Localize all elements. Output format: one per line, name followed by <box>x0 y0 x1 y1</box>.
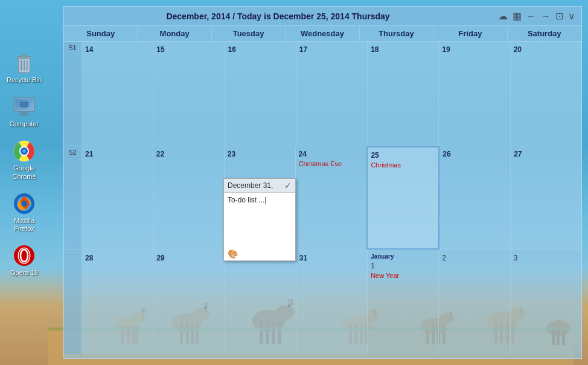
cell-jan-2[interactable]: 2 <box>439 250 510 354</box>
recycle-bin-graphic <box>13 51 35 75</box>
cell-dec-16[interactable]: 16 <box>225 42 296 146</box>
day-saturday: Saturday <box>508 26 581 41</box>
day-tuesday: Tuesday <box>212 26 286 41</box>
popup-note-body[interactable]: To-do list ...| <box>224 193 295 247</box>
row-52-cells: 21 22 23 24 Christmas Eve 25 Christmas 2… <box>82 146 581 250</box>
cloud-icon[interactable]: ☁ <box>498 10 508 22</box>
cell-dec-18[interactable]: 18 <box>368 42 439 146</box>
popup-note-text: To-do list ...| <box>228 196 266 204</box>
opera-icon[interactable]: Opera 18 <box>3 241 45 279</box>
chevron-icon[interactable]: ∨ <box>568 10 575 22</box>
cell-dec-28[interactable]: 28 <box>82 250 153 354</box>
chrome-label: Google Chrome <box>5 164 43 180</box>
cell-dec-26[interactable]: 26 <box>439 146 511 250</box>
cell-dec-15[interactable]: 15 <box>153 42 225 146</box>
popup-note-header: December 31, ✓ <box>224 179 295 193</box>
row-51-cells: 14 15 16 17 18 19 20 <box>82 42 581 146</box>
days-header: Sunday Monday Tuesday Wednesday Thursday… <box>64 26 581 42</box>
computer-graphic <box>13 96 36 118</box>
cell-dec-19[interactable]: 19 <box>439 42 510 146</box>
recycle-bin-label: Recycle Bin <box>7 76 42 84</box>
day-friday: Friday <box>433 26 507 41</box>
calendar-icon[interactable]: ▦ <box>513 10 522 22</box>
cell-dec-25-today[interactable]: 25 Christmas <box>366 146 439 250</box>
cell-dec-29[interactable]: 29 <box>153 250 225 354</box>
svg-rect-69 <box>22 107 27 108</box>
svg-rect-59 <box>22 54 27 57</box>
popup-palette-icon[interactable]: 🎨 <box>228 249 238 259</box>
recycle-bin-icon[interactable]: Recycle Bin <box>3 48 45 86</box>
firefox-label: Mozilla Firefox <box>5 217 43 233</box>
day-monday: Monday <box>138 26 211 41</box>
day-thursday: Thursday <box>360 26 433 41</box>
back-icon[interactable]: ← <box>526 11 536 22</box>
calendar-row-52: 52 21 22 23 24 Christmas Eve 25 Christma… <box>64 146 581 251</box>
cell-dec-24[interactable]: 24 Christmas Eve <box>296 146 367 250</box>
svg-point-76 <box>21 201 27 207</box>
svg-rect-66 <box>19 114 30 116</box>
opera-label: Opera 18 <box>10 269 38 277</box>
day-sunday: Sunday <box>64 26 138 41</box>
calendar-widget: December, 2014 / Today is December 25, 2… <box>63 6 582 359</box>
cell-dec-22[interactable]: 22 <box>153 146 225 250</box>
week-num-52: 52 <box>64 146 82 250</box>
monitor-icon[interactable]: ⊡ <box>555 10 563 22</box>
computer-label: Computer <box>10 120 39 128</box>
calendar-row-last: 28 29 30 31 January 1 New Year 2 3 <box>64 250 581 354</box>
cell-dec-20[interactable]: 20 <box>511 42 581 146</box>
forward-icon[interactable]: → <box>541 11 551 22</box>
svg-rect-65 <box>21 112 27 114</box>
cell-dec-31[interactable]: 31 <box>296 250 368 354</box>
cell-dec-27[interactable]: 27 <box>511 146 581 250</box>
chrome-icon[interactable]: Google Chrome <box>3 137 45 182</box>
computer-icon[interactable]: Computer <box>3 92 45 131</box>
cell-jan-3[interactable]: 3 <box>511 250 581 354</box>
svg-point-73 <box>22 149 26 153</box>
week-num-51: 51 <box>64 42 82 146</box>
cell-dec-14[interactable]: 14 <box>82 42 153 146</box>
calendar-header-icons: ☁ ▦ ← → ⊡ ∨ <box>498 10 575 22</box>
chrome-graphic <box>13 140 35 162</box>
row-last-cells: 28 29 30 31 January 1 New Year 2 3 <box>82 250 581 354</box>
calendar-header: December, 2014 / Today is December 25, 2… <box>64 7 581 26</box>
day-wednesday: Wednesday <box>286 26 359 41</box>
opera-graphic <box>13 245 35 266</box>
christmas-eve-event: Christmas Eve <box>299 160 363 167</box>
firefox-graphic <box>13 193 35 215</box>
desktop-icons: Recycle Bin Com <box>0 48 48 279</box>
popup-note[interactable]: December 31, ✓ To-do list ...| 🎨 <box>223 178 296 261</box>
new-year-event: New Year <box>371 272 435 279</box>
cell-jan-1[interactable]: January 1 New Year <box>368 250 439 354</box>
firefox-icon[interactable]: Mozilla Firefox <box>3 189 45 235</box>
christmas-event: Christmas <box>371 161 435 169</box>
svg-rect-68 <box>19 102 28 108</box>
popup-note-footer: 🎨 <box>224 247 295 260</box>
popup-checkmark[interactable]: ✓ <box>284 181 292 190</box>
popup-note-title: December 31, <box>228 181 273 190</box>
cell-dec-17[interactable]: 17 <box>296 42 368 146</box>
calendar-title: December, 2014 / Today is December 25, 2… <box>70 11 486 21</box>
cell-dec-30[interactable]: 30 <box>225 250 296 354</box>
cell-dec-21[interactable]: 21 <box>82 146 153 250</box>
calendar-row-51: 51 14 15 16 17 18 19 20 <box>64 42 581 146</box>
calendar-rows: 51 14 15 16 17 18 19 20 52 21 22 23 24 C… <box>64 42 581 354</box>
week-num-last <box>64 250 82 354</box>
january-label: January <box>371 253 435 260</box>
